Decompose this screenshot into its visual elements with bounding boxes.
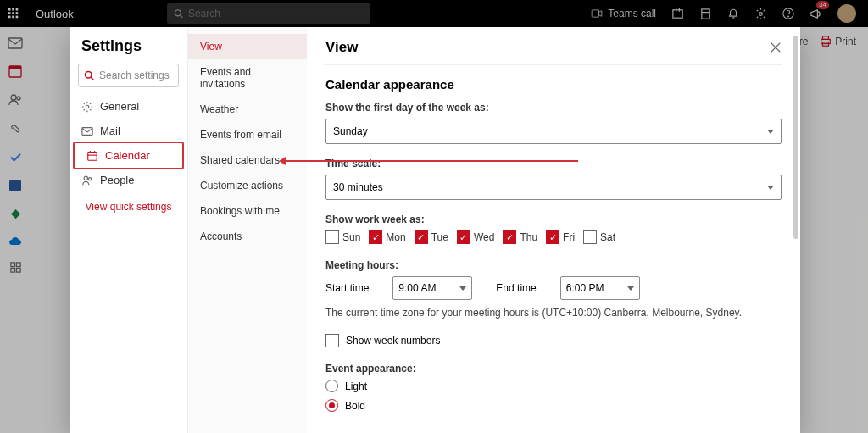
panel-title: View xyxy=(326,39,358,56)
appearance-bold-label: Bold xyxy=(345,400,365,412)
calendar-icon xyxy=(86,150,98,162)
checkbox[interactable]: ✓ xyxy=(415,230,428,244)
svg-rect-38 xyxy=(88,152,97,160)
subnav-weather[interactable]: Weather xyxy=(188,97,307,122)
svg-point-42 xyxy=(84,176,87,180)
end-time-select[interactable]: 6:00 PM xyxy=(560,276,640,300)
first-day-label: Show the first day of the week as: xyxy=(326,102,782,114)
settings-panel: View Calendar appearance Show the first … xyxy=(307,27,800,433)
mail-icon xyxy=(81,125,93,137)
subnav-events-email[interactable]: Events from email xyxy=(188,122,307,147)
day-label: Tue xyxy=(431,231,448,243)
settings-search[interactable]: Search settings xyxy=(78,64,179,87)
subnav-accounts[interactable]: Accounts xyxy=(188,224,307,249)
end-time-value: 6:00 PM xyxy=(566,282,604,294)
close-button[interactable] xyxy=(770,42,782,53)
close-icon xyxy=(770,42,782,53)
settings-title: Settings xyxy=(70,37,187,64)
nav-label: General xyxy=(100,100,139,113)
appearance-bold-radio[interactable] xyxy=(326,399,338,412)
start-time-label: Start time xyxy=(326,282,369,294)
annotation-highlight: Calendar xyxy=(73,142,184,169)
settings-nav-general[interactable]: General xyxy=(70,94,187,119)
day-label: Fri xyxy=(563,231,575,243)
first-day-value: Sunday xyxy=(333,125,368,137)
settings-nav-people[interactable]: People xyxy=(70,168,187,192)
end-time-label: End time xyxy=(496,282,536,294)
appearance-light-label: Light xyxy=(345,380,367,392)
svg-point-34 xyxy=(86,72,92,79)
day-tue[interactable]: ✓Tue xyxy=(415,230,448,244)
svg-rect-37 xyxy=(82,127,92,135)
chevron-down-icon xyxy=(767,130,774,137)
settings-nav-calendar[interactable]: Calendar xyxy=(75,143,182,168)
start-time-value: 9:00 AM xyxy=(398,282,436,294)
day-sat[interactable]: Sat xyxy=(583,230,615,244)
day-thu[interactable]: ✓Thu xyxy=(503,230,537,244)
show-weeknums-label: Show week numbers xyxy=(346,335,440,347)
day-label: Thu xyxy=(520,231,537,243)
subnav-view[interactable]: View xyxy=(188,34,307,59)
checkbox[interactable] xyxy=(326,230,339,244)
chevron-down-icon xyxy=(459,286,466,294)
subnav-events-invitations[interactable]: Events and invitations xyxy=(188,59,307,97)
chevron-down-icon xyxy=(767,186,774,193)
view-quick-settings-link[interactable]: View quick settings xyxy=(70,192,187,221)
meeting-hours-label: Meeting hours: xyxy=(326,259,782,271)
nav-label: Calendar xyxy=(105,149,150,162)
timescale-value: 30 minutes xyxy=(333,181,383,193)
scrollbar[interactable] xyxy=(793,36,798,239)
day-label: Wed xyxy=(474,231,494,243)
people-icon xyxy=(81,175,93,186)
workweek-label: Show work week as: xyxy=(326,214,782,225)
settings-search-placeholder: Search settings xyxy=(99,69,170,81)
day-label: Sun xyxy=(342,231,360,243)
appearance-light-radio[interactable] xyxy=(326,380,338,392)
settings-nav-mail[interactable]: Mail xyxy=(70,119,187,143)
checkbox[interactable] xyxy=(583,230,597,244)
svg-point-36 xyxy=(86,105,89,108)
timescale-select[interactable]: 30 minutes xyxy=(326,175,782,200)
subnav-customize-actions[interactable]: Customize actions xyxy=(188,173,307,198)
search-icon xyxy=(84,70,94,80)
gear-icon xyxy=(81,101,93,113)
checkbox[interactable]: ✓ xyxy=(546,230,559,244)
svg-line-35 xyxy=(91,77,93,80)
settings-dialog: Settings Search settings General Mail Ca… xyxy=(70,27,800,433)
day-wed[interactable]: ✓Wed xyxy=(457,230,494,244)
settings-subnav: View Events and invitations Weather Even… xyxy=(188,27,307,433)
section-title: Calendar appearance xyxy=(326,77,782,92)
start-time-select[interactable]: 9:00 AM xyxy=(392,276,472,300)
checkbox[interactable]: ✓ xyxy=(369,230,382,244)
day-sun[interactable]: Sun xyxy=(326,230,360,244)
chevron-down-icon xyxy=(627,286,634,294)
nav-label: Mail xyxy=(100,125,120,137)
first-day-select[interactable]: Sunday xyxy=(326,119,782,144)
checkbox[interactable]: ✓ xyxy=(503,230,516,244)
event-appearance-label: Event appearance: xyxy=(326,363,782,375)
day-label: Mon xyxy=(386,231,405,243)
nav-label: People xyxy=(100,174,134,186)
day-label: Sat xyxy=(600,231,615,243)
day-fri[interactable]: ✓Fri xyxy=(546,230,575,244)
svg-point-43 xyxy=(88,177,91,180)
settings-nav: Settings Search settings General Mail Ca… xyxy=(70,27,188,433)
checkbox[interactable]: ✓ xyxy=(457,230,470,244)
annotation-arrow xyxy=(281,160,578,162)
workweek-days: Sun✓Mon✓Tue✓Wed✓Thu✓FriSat xyxy=(326,230,782,244)
show-weeknums-checkbox[interactable] xyxy=(326,334,339,347)
day-mon[interactable]: ✓Mon xyxy=(369,230,405,244)
timezone-note: The current time zone for your meeting h… xyxy=(326,307,782,319)
subnav-bookings[interactable]: Bookings with me xyxy=(188,198,307,224)
